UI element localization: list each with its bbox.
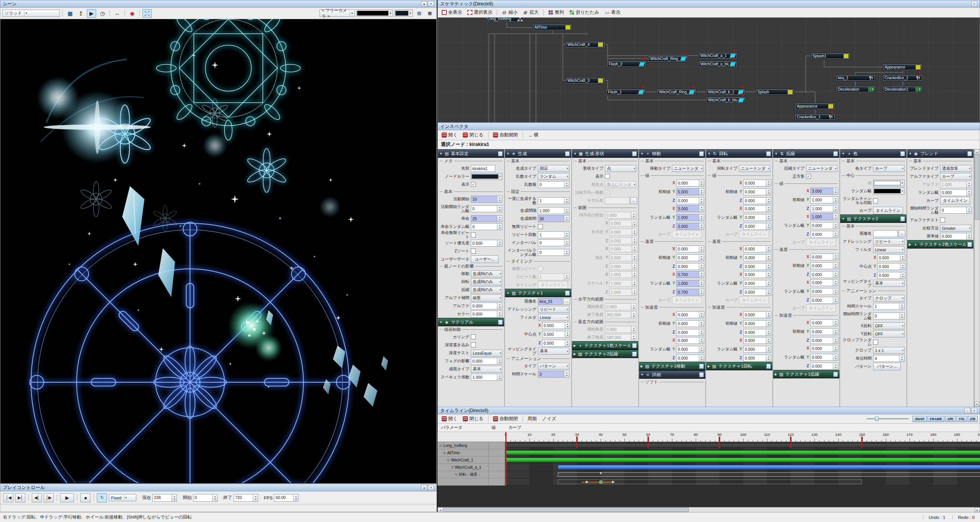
spin-arrows-icon[interactable]: ▴▾	[833, 263, 838, 269]
number-input[interactable]: 0.000▴▾	[810, 288, 838, 295]
dropdown-select[interactable]: パターン▾	[538, 363, 569, 370]
number-input[interactable]: 0.000▴▾	[471, 303, 502, 309]
timeline-zoom-slider[interactable]	[867, 418, 909, 419]
keyframe-dot[interactable]	[611, 481, 614, 483]
spin-arrows-icon[interactable]: ▴▾	[833, 297, 838, 303]
timeline-row--[interactable]: ▼▽回転 - 速度 -	[438, 471, 980, 478]
number-input[interactable]: 1.000▴▾	[676, 214, 704, 221]
checkbox[interactable]	[471, 249, 476, 254]
spin-arrows-icon[interactable]: ▴▾	[833, 280, 838, 286]
number-input[interactable]: 0.000▴▾	[810, 231, 838, 238]
number-input[interactable]: 0.500▴▾	[877, 263, 905, 270]
spin-arrows-icon[interactable]: ▴▾	[253, 494, 258, 501]
memo-icon[interactable]	[632, 151, 637, 156]
toolbar-fit-selected[interactable]: 選択表示	[465, 8, 494, 17]
memo-icon[interactable]	[498, 320, 503, 325]
spin-arrows-icon[interactable]: ▴▾	[564, 232, 569, 238]
spin-arrows-icon[interactable]: ▴▾	[497, 206, 502, 212]
spin-arrows-icon[interactable]: ▴▾	[833, 354, 838, 360]
number-input[interactable]: 1.000▴▾	[538, 207, 569, 214]
node-long_iceberg-0[interactable]: Long_IceBerg	[486, 18, 524, 22]
grid-toggle-button[interactable]: ▦	[425, 9, 434, 18]
node-crackedice_1-16[interactable]: CrackedIce_1V	[883, 75, 922, 81]
number-input[interactable]: 3.000▴▾	[810, 188, 838, 195]
number-input[interactable]: 0.000▴▾	[743, 254, 771, 261]
number-input[interactable]: 4▴▾	[873, 355, 905, 362]
spin-arrows-icon[interactable]: ▴▾	[564, 249, 569, 255]
spin-arrows-icon[interactable]: ▴▾	[766, 189, 771, 195]
spin-arrows-icon[interactable]: ▴▾	[699, 223, 704, 229]
view-button-x-r[interactable]: X/R	[945, 416, 955, 422]
node-witchcraft_4-2[interactable]: WitchCraft_4	[566, 42, 605, 47]
spin-arrows-icon[interactable]: ▴▾	[833, 254, 838, 260]
node-splash-12[interactable]: Splash	[756, 89, 794, 95]
memo-icon[interactable]	[900, 216, 905, 221]
play-button[interactable]: ▶	[60, 493, 74, 502]
spin-arrows-icon[interactable]: ▴▾	[564, 182, 569, 188]
number-input[interactable]: 0.000▴▾	[471, 358, 502, 365]
timeline-row-witchcraft_a_1[interactable]: ▽WitchCraft_a_1	[438, 464, 980, 471]
track-bar-blue[interactable]	[558, 465, 980, 470]
section-header--2-[interactable]: ▶◑テクスチャ2色スケール	[907, 240, 973, 249]
current-frame-input[interactable]: 238▴▾	[152, 494, 177, 502]
tree-cell[interactable]: ▷WitchCraft_1	[438, 457, 505, 464]
number-input[interactable]: 0▴▾	[873, 313, 905, 319]
checkbox[interactable]	[873, 198, 878, 203]
spin-arrows-icon[interactable]: ▴▾	[833, 345, 838, 352]
spin-arrows-icon[interactable]: ▴▾	[766, 337, 771, 344]
end-frame-input[interactable]: 720▴▾	[234, 494, 258, 502]
spin-arrows-icon[interactable]: ▴▾	[966, 190, 971, 196]
scroll-down-icon[interactable]: ▾	[975, 402, 979, 407]
spin-arrows-icon[interactable]: ▴▾	[766, 289, 771, 295]
timeline-curve-button[interactable]: タイムライン	[940, 197, 970, 205]
camera-select[interactable]: < フリーカメラ >▾	[320, 10, 355, 17]
node-witchcraft_a_blur-8[interactable]: WitchCraft_a_blurV	[699, 61, 737, 67]
number-input[interactable]: 0▴▾	[538, 239, 569, 246]
dropdown-select[interactable]: Linear▾	[538, 314, 569, 321]
spin-arrows-icon[interactable]: ▴▾	[699, 189, 704, 195]
keyframe-dot[interactable]	[585, 481, 588, 483]
dropdown-select[interactable]: リピート▾	[538, 306, 569, 313]
fit-view-icon[interactable]: ↖↗↙↘	[143, 9, 152, 18]
spin-arrows-icon[interactable]: ▴▾	[699, 280, 704, 286]
memo-icon[interactable]	[699, 372, 704, 377]
number-input[interactable]: 0.000▴▾	[743, 329, 771, 336]
number-input[interactable]: 0.000▴▾	[743, 311, 771, 318]
column-header--[interactable]: ▼▦生成-形状	[572, 149, 638, 158]
toolbar-open-sections[interactable]: 開く	[440, 131, 459, 139]
number-input[interactable]: 0.000▴▾	[810, 262, 838, 269]
number-input[interactable]: 0.500▴▾	[542, 340, 570, 347]
number-input[interactable]: 0.000▴▾	[676, 337, 704, 344]
memo-icon[interactable]	[565, 291, 570, 296]
playhead[interactable]	[505, 432, 506, 486]
checkbox[interactable]	[940, 218, 945, 223]
spin-arrows-icon[interactable]: ▴▾	[766, 321, 771, 327]
spin-arrows-icon[interactable]: ▴▾	[833, 197, 838, 203]
section-header--[interactable]: ▼≡詳細	[639, 370, 705, 379]
dropdown-select[interactable]: LessEqual▾	[471, 350, 502, 357]
timeline-body[interactable]: 0102030405060708090100110120130140150160…	[438, 432, 980, 507]
tree-arrow-icon[interactable]: ▽	[451, 466, 454, 469]
scene-collapse-button[interactable]: ▴	[421, 1, 427, 7]
spin-arrows-icon[interactable]: ▴▾	[833, 363, 838, 369]
spin-arrows-icon[interactable]: ▴▾	[212, 494, 217, 501]
color-dropdown[interactable]: ▾	[873, 188, 905, 195]
scroll-up-icon[interactable]: ▴	[975, 149, 979, 154]
number-input[interactable]: 1.000▴▾	[676, 280, 704, 287]
spin-arrows-icon[interactable]: ▴▾	[833, 223, 838, 229]
spin-arrows-icon[interactable]: ▴▾	[699, 198, 704, 204]
dropdown-select[interactable]: 生成時のみ▾	[471, 270, 502, 277]
number-input[interactable]: 0.000▴▾	[810, 222, 838, 229]
number-input[interactable]: 10▴▾	[471, 196, 502, 203]
track-bar-outline[interactable]	[558, 472, 980, 477]
section-header--2-[interactable]: ▶▨テクスチャ2拡縮	[572, 350, 638, 358]
spin-arrows-icon[interactable]: ▴▾	[497, 196, 502, 202]
tree-cell[interactable]	[438, 478, 505, 486]
playcontrol-collapse-button[interactable]: ▴	[421, 485, 427, 490]
scroll-left-icon[interactable]: ◂	[438, 507, 443, 512]
dropdown-select[interactable]: 生成時のみ▾	[471, 286, 502, 293]
section-header--1[interactable]: ▼▨テクスチャ1	[505, 289, 571, 297]
section-header--1-[interactable]: ▶◑テクスチャ1色スケール	[572, 341, 638, 350]
checkbox[interactable]	[471, 342, 476, 347]
spin-arrows-icon[interactable]: ▴▾	[766, 255, 771, 261]
